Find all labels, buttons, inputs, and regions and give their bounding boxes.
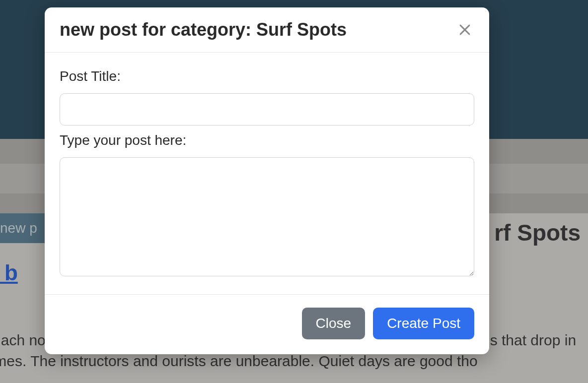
modal-header: new post for category: Surf Spots: [45, 7, 489, 53]
new-post-modal: new post for category: Surf Spots Post T…: [45, 7, 489, 354]
create-post-button[interactable]: Create Post: [373, 308, 474, 339]
post-body-label: Type your post here:: [60, 132, 474, 148]
modal-title: new post for category: Surf Spots: [60, 19, 347, 40]
modal-body: Post Title: Type your post here:: [45, 53, 489, 294]
close-icon[interactable]: [455, 20, 474, 39]
post-title-label: Post Title:: [60, 68, 474, 84]
close-button[interactable]: Close: [302, 308, 366, 339]
post-title-input[interactable]: [60, 93, 474, 126]
modal-footer: Close Create Post: [45, 294, 489, 354]
post-body-textarea[interactable]: [60, 157, 474, 276]
